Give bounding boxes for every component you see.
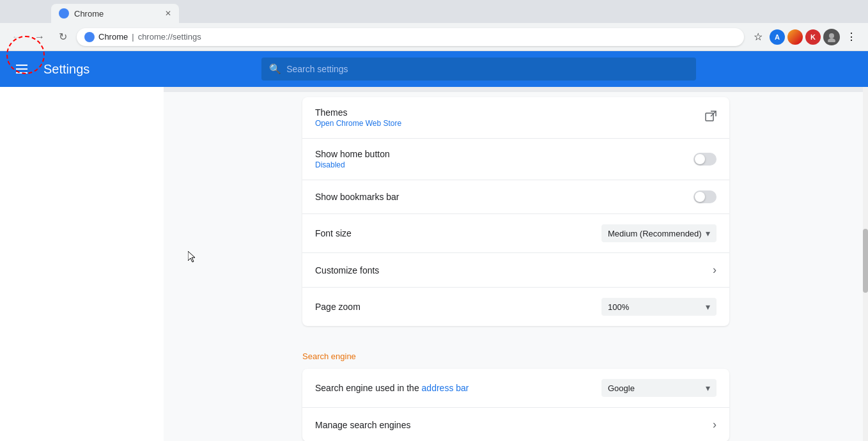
search-engine-card: Search engine used in the address bar Go…: [302, 369, 729, 441]
customize-fonts-label: Customize fonts: [315, 265, 713, 275]
address-bar[interactable]: Chrome | chrome://settings: [77, 28, 744, 46]
appearance-card: Themes Open Chrome Web Store Show home b…: [302, 97, 729, 326]
font-size-row[interactable]: Font size Medium (Recommended) ▾: [302, 214, 729, 253]
sidebar: [0, 87, 164, 441]
scrollbar-thumb[interactable]: [863, 229, 868, 293]
menu-button[interactable]: [10, 58, 33, 81]
chrome-menu-button[interactable]: ⋮: [842, 28, 860, 46]
svg-point-1: [828, 38, 835, 42]
font-size-dropdown-arrow: ▾: [706, 228, 710, 238]
show-bookmarks-bar-toggle[interactable]: [694, 190, 717, 203]
page-zoom-row[interactable]: Page zoom 100% ▾: [302, 288, 729, 326]
page-zoom-dropdown[interactable]: 100% ▾: [601, 298, 717, 316]
customize-fonts-row[interactable]: Customize fonts ›: [302, 253, 729, 288]
customize-fonts-arrow-icon: ›: [713, 263, 717, 277]
profile-a-icon[interactable]: A: [770, 29, 785, 45]
svg-point-0: [829, 33, 834, 38]
manage-search-engines-text: Manage search engines: [315, 420, 713, 430]
scroll-top-indicator: [164, 87, 868, 92]
address-bar-row: ← → ↻ Chrome | chrome://settings ☆ A K ⋮: [0, 23, 868, 51]
tab-title: Chrome: [74, 9, 104, 19]
hamburger-icon: [16, 65, 27, 74]
themes-row[interactable]: Themes Open Chrome Web Store: [302, 97, 729, 139]
tab-close-icon[interactable]: ✕: [165, 9, 171, 18]
themes-external-icon: [705, 111, 717, 125]
font-size-dropdown[interactable]: Medium (Recommended) ▾: [601, 224, 717, 242]
page-zoom-text: Page zoom: [315, 302, 601, 312]
customize-fonts-text: Customize fonts: [315, 265, 713, 275]
font-size-text: Font size: [315, 228, 601, 238]
bookmarks-toggle-knob: [695, 192, 705, 202]
search-input[interactable]: [286, 64, 688, 74]
show-home-button-row[interactable]: Show home button Disabled: [302, 139, 729, 180]
bookmark-button[interactable]: ☆: [749, 28, 767, 46]
address-app-name: Chrome: [98, 32, 128, 42]
manage-search-engines-row[interactable]: Manage search engines ›: [302, 408, 729, 441]
show-bookmarks-bar-row[interactable]: Show bookmarks bar: [302, 180, 729, 214]
settings-title: Settings: [43, 62, 89, 77]
reload-button[interactable]: ↻: [54, 28, 72, 46]
search-engine-heading: Search engine: [302, 341, 729, 366]
show-home-button-toggle[interactable]: [694, 153, 717, 166]
themes-label: Themes: [315, 107, 705, 118]
search-engine-used-label: Search engine used in the address bar: [315, 383, 601, 393]
page-zoom-value: 100%: [608, 302, 629, 312]
search-engine-value: Google: [608, 383, 635, 393]
forward-button[interactable]: →: [31, 28, 49, 46]
address-bar-link: address bar: [422, 383, 469, 393]
search-engine-heading-container: Search engine: [302, 336, 729, 369]
search-engine-used-text: Search engine used in the address bar: [315, 383, 601, 393]
scrollbar-track: [863, 87, 868, 441]
settings-header: Settings 🔍: [0, 51, 868, 87]
page-zoom-dropdown-arrow: ▾: [706, 302, 710, 312]
back-button[interactable]: ←: [8, 28, 26, 46]
page-zoom-label: Page zoom: [315, 302, 601, 312]
font-size-label: Font size: [315, 228, 601, 238]
manage-search-engines-arrow-icon: ›: [713, 418, 717, 431]
address-separator: |: [132, 32, 134, 42]
active-tab[interactable]: Chrome ✕: [51, 4, 179, 23]
profile-avatar-icon[interactable]: [823, 29, 840, 45]
address-url: chrome://settings: [138, 32, 201, 42]
settings-page: Settings 🔍: [0, 51, 868, 441]
profile-k-icon[interactable]: K: [805, 29, 821, 45]
search-engine-dropdown[interactable]: Google ▾: [601, 379, 717, 397]
search-engine-dropdown-arrow: ▾: [706, 383, 710, 393]
toggle-knob: [695, 154, 705, 164]
settings-search-container: 🔍: [261, 58, 696, 81]
tab-bar: Chrome ✕: [0, 0, 868, 23]
show-home-button-sublabel: Disabled: [315, 160, 694, 169]
search-icon: 🔍: [269, 63, 281, 75]
themes-sublabel: Open Chrome Web Store: [315, 119, 705, 128]
search-engine-used-row[interactable]: Search engine used in the address bar Go…: [302, 369, 729, 408]
show-home-button-label: Show home button: [315, 149, 694, 159]
toolbar-icons: ☆ A K ⋮: [749, 28, 860, 46]
font-size-value: Medium (Recommended): [608, 229, 702, 238]
search-box[interactable]: 🔍: [261, 58, 696, 81]
show-bookmarks-bar-text: Show bookmarks bar: [315, 192, 694, 202]
settings-body: Themes Open Chrome Web Store Show home b…: [0, 87, 868, 441]
content-area: Themes Open Chrome Web Store Show home b…: [292, 97, 740, 441]
manage-search-engines-label: Manage search engines: [315, 420, 713, 430]
show-home-button-text: Show home button Disabled: [315, 149, 694, 169]
profile-colored-icon[interactable]: [787, 29, 803, 45]
show-bookmarks-bar-label: Show bookmarks bar: [315, 192, 694, 202]
themes-text: Themes Open Chrome Web Store: [315, 107, 705, 128]
main-content: Themes Open Chrome Web Store Show home b…: [164, 87, 868, 441]
